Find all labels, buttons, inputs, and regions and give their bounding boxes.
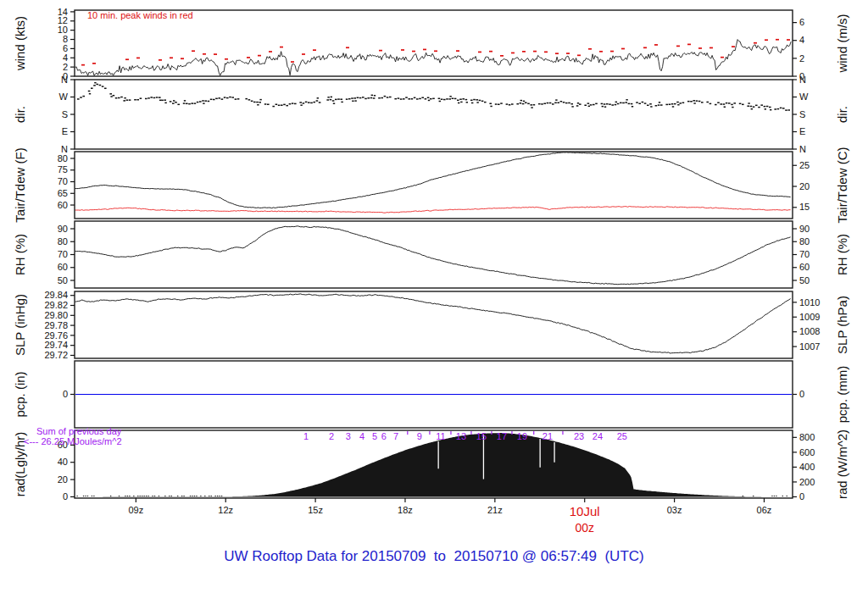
slp-left-axis-label: SLP (inHg) — [13, 294, 27, 356]
sum-marker-label: 13 — [456, 431, 466, 441]
temp-ytick-left: 75 — [58, 164, 68, 175]
rh-ytick-left: 90 — [58, 224, 68, 234]
wind-ytick-left: 2 — [63, 62, 68, 72]
rad-ytick-right: 200 — [799, 477, 815, 487]
x-tick-label: 03z — [667, 505, 682, 515]
rh-ytick-left: 80 — [58, 236, 68, 247]
slp-ytick-left: 29.82 — [44, 300, 68, 310]
rad-right-axis-label: rad (W/m^2) — [835, 430, 849, 499]
sum-marker-label: 7 — [393, 431, 398, 441]
rh-left-axis-label: RH (%) — [13, 234, 27, 275]
temp-ytick-right: 15 — [799, 202, 810, 212]
sum-marker-label: 15 — [476, 431, 487, 441]
slp-ytick-right: 1010 — [799, 297, 820, 308]
chart-title: UW Rooftop Data for 20150709 to 20150710… — [0, 548, 868, 565]
dir-ytick-right: N — [799, 75, 806, 85]
panel-pcp: 00pcp. (in)pcp. (mm) — [13, 361, 849, 428]
sum-marker-label: 5 — [372, 431, 377, 441]
wind-ytick-right: 6 — [799, 17, 804, 27]
dir-ytick-left: N — [61, 75, 68, 85]
pcp-left-axis-label: pcp. (in) — [13, 371, 27, 417]
slp-ytick-left: 29.72 — [44, 350, 68, 360]
wind-ytick-left: 4 — [63, 53, 68, 63]
rad-annotation-1: <--- 26.25 MJoules/m^2 — [24, 436, 122, 446]
x-tick-label: 15z — [308, 505, 323, 515]
rad-series-0 — [75, 433, 792, 496]
rad-ytick-right: 400 — [799, 462, 815, 472]
wind-ytick-left: 14 — [58, 7, 68, 17]
dir-ytick-right: E — [799, 126, 805, 136]
panel-rad: 02040600200400600800rad(Lgly/hr)rad (W/m… — [13, 426, 849, 502]
slp-ytick-left: 29.78 — [44, 320, 68, 330]
sum-marker-label: 24 — [593, 431, 603, 441]
sum-marker-label: 4 — [359, 431, 364, 441]
temp-ytick-left: 60 — [58, 200, 68, 210]
rh-ytick-right: 90 — [799, 224, 810, 234]
rad-sum-markers: 12345679111315171921232425 — [303, 431, 627, 441]
dir-left-axis-label: dir. — [13, 106, 27, 123]
x-tick-label: 09z — [128, 505, 143, 515]
x-tick-label: 06z — [757, 505, 772, 515]
temp-left-axis-label: Tair/Tdew (F) — [13, 147, 27, 222]
wind-left-axis-label: wind (kts) — [13, 16, 27, 71]
dir-ytick-right: W — [799, 91, 809, 102]
panel-wind: 024681012140246wind (kts)wind (m/s)10 mi… — [13, 7, 849, 81]
wind-ytick-left: 10 — [58, 25, 68, 35]
temp-ytick-right: 25 — [799, 160, 810, 170]
temp-ytick-left: 70 — [58, 176, 68, 186]
slp-ytick-left: 29.84 — [44, 290, 68, 300]
pcp-right-axis-label: pcp. (mm) — [835, 366, 849, 424]
wind-ytick-left: 8 — [63, 34, 68, 44]
x-date-label: 10Jul — [570, 504, 600, 518]
dir-ytick-right: S — [799, 109, 805, 119]
pcp-ytick-right: 0 — [799, 389, 804, 399]
rh-series-0 — [75, 226, 791, 285]
sum-marker-label: 25 — [617, 431, 627, 441]
panel-temp: 6065707580152025Tair/Tdew (F)Tair/Tdew (… — [13, 147, 849, 223]
panel-slp: 29.7229.7429.7629.7829.8029.8229.8410071… — [13, 290, 849, 360]
rh-ytick-right: 60 — [799, 262, 810, 272]
temp-ytick-left: 65 — [58, 188, 68, 198]
sum-marker-label: 9 — [417, 431, 422, 441]
dir-frame — [75, 80, 793, 149]
slp-series-0 — [75, 294, 791, 353]
slp-frame — [75, 291, 793, 358]
slp-ytick-right: 1007 — [799, 341, 820, 352]
slp-right-axis-label: SLP (hPa) — [835, 296, 849, 354]
temp-ytick-left: 80 — [58, 153, 68, 163]
rad-ytick-left: 0 — [63, 491, 68, 502]
wind-ytick-right: 2 — [799, 53, 804, 64]
rad-annotation-0: Sum of previous day — [36, 426, 122, 436]
rad-ytick-right: 600 — [799, 447, 815, 457]
rad-ytick-left: 20 — [58, 474, 68, 485]
sum-marker-label: 11 — [436, 431, 445, 441]
x-tick-label: 21z — [487, 505, 503, 515]
rh-ytick-right: 50 — [799, 275, 810, 285]
dir-series-0 — [77, 83, 790, 110]
slp-ytick-left: 29.74 — [44, 340, 68, 350]
sum-marker-label: 6 — [381, 431, 387, 441]
wind-ytick-right: 4 — [799, 35, 804, 45]
sum-marker-label: 19 — [517, 431, 527, 441]
wind-ytick-left: 6 — [63, 43, 68, 53]
sum-marker-label: 3 — [346, 431, 351, 441]
sum-marker-label: 17 — [497, 431, 507, 441]
dir-ytick-right: N — [799, 144, 806, 154]
dir-ytick-left: S — [62, 109, 68, 119]
temp-series-1 — [75, 207, 791, 213]
wind-annotation-0: 10 min. peak winds in red — [87, 10, 193, 20]
x-tick-label: 18z — [398, 505, 413, 515]
x-axis: 09z12z15z18z21z03z06z10Jul00z — [128, 498, 771, 535]
rh-ytick-right: 80 — [799, 236, 810, 247]
slp-ytick-left: 29.80 — [44, 310, 68, 320]
dir-ytick-left: E — [62, 126, 68, 136]
rh-ytick-left: 50 — [58, 275, 68, 285]
slp-ytick-right: 1009 — [799, 312, 820, 322]
sum-marker-label: 1 — [303, 431, 309, 441]
wind-series-0 — [75, 40, 792, 76]
rh-ytick-left: 60 — [58, 262, 68, 272]
slp-ytick-right: 1008 — [799, 326, 820, 336]
panel-rh: 50607080905060708090RH (%)RH (%) — [13, 221, 849, 288]
temp-frame — [75, 152, 793, 219]
rh-right-axis-label: RH (%) — [835, 234, 849, 275]
